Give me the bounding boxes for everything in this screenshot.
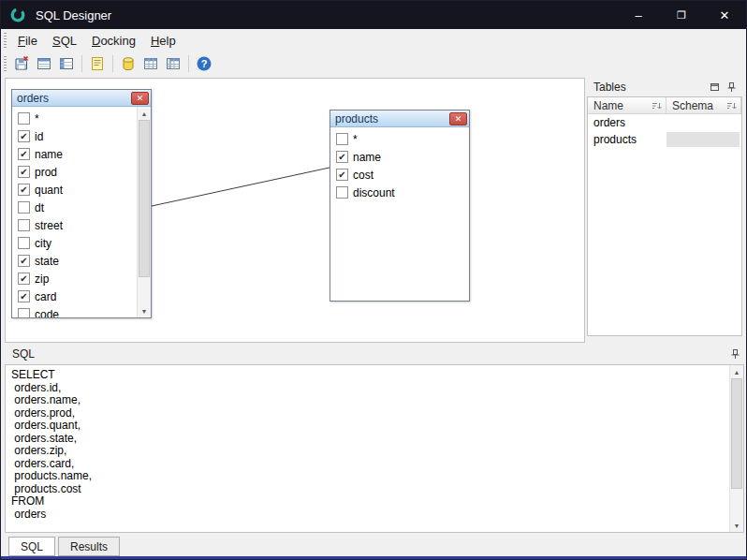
name-column-header[interactable]: Name (588, 97, 666, 113)
table-window-products[interactable]: products ✕ * name cost discount (330, 110, 470, 302)
table-title: products (335, 112, 449, 125)
column-row[interactable]: * (330, 130, 469, 148)
tables-panel: Tables Name (587, 78, 742, 336)
pin-icon[interactable] (730, 348, 740, 360)
float-window-icon[interactable] (710, 82, 720, 92)
scroll-up-icon[interactable] (730, 365, 743, 378)
column-row[interactable]: name (330, 148, 469, 166)
maximize-button[interactable]: ❐ (660, 1, 703, 29)
column-checkbox[interactable] (18, 237, 30, 249)
window-title: SQL Designer (36, 8, 111, 22)
tab-sql[interactable]: SQL (8, 537, 55, 556)
column-checkbox[interactable] (18, 255, 30, 267)
sql-panel-title: SQL (12, 347, 35, 361)
column-checkbox[interactable] (336, 186, 348, 199)
grid-view-icon (165, 55, 182, 72)
schema-column-header[interactable]: Schema (666, 97, 741, 113)
grid-view-button[interactable] (162, 52, 184, 75)
column-row[interactable]: state (12, 252, 151, 270)
scroll-thumb[interactable] (139, 120, 150, 277)
sql-editor[interactable]: SELECT orders.id, orders.name, orders.pr… (5, 364, 744, 533)
column-row[interactable]: quant (12, 181, 151, 199)
column-checkbox[interactable] (18, 166, 30, 178)
table-row-orders[interactable]: orders (588, 114, 741, 131)
column-row[interactable]: street (12, 216, 151, 234)
sql-scrollbar[interactable] (729, 365, 743, 532)
table-schema-cell (666, 115, 740, 130)
column-row[interactable]: cost (330, 166, 469, 184)
toolbar-separator (188, 55, 189, 72)
column-name: name (35, 148, 63, 161)
column-row[interactable]: code (12, 305, 151, 317)
menu-docking[interactable]: Docking (84, 31, 143, 51)
database-button[interactable] (117, 52, 139, 75)
column-checkbox[interactable] (18, 184, 30, 196)
scroll-up-icon[interactable] (138, 107, 151, 120)
menubar-grip[interactable] (4, 33, 7, 48)
help-button[interactable]: ? (193, 52, 215, 75)
menu-sql[interactable]: SQL (45, 31, 84, 51)
column-row[interactable]: name (12, 145, 151, 163)
column-name: cost (353, 169, 374, 182)
orders-scrollbar[interactable] (137, 107, 151, 317)
column-row[interactable]: * (12, 110, 151, 127)
column-checkbox[interactable] (336, 151, 348, 163)
column-name: card (35, 290, 56, 303)
script-button[interactable] (86, 52, 109, 75)
column-checkbox[interactable] (18, 273, 30, 285)
table-close-button[interactable]: ✕ (131, 92, 149, 105)
table-row-products[interactable]: products (588, 131, 741, 148)
column-checkbox[interactable] (18, 308, 30, 317)
column-checkbox[interactable] (18, 201, 30, 214)
titlebar: SQL Designer – ❐ ✕ (1, 1, 746, 29)
window-bottom-border (1, 556, 746, 559)
column-name: id (35, 130, 43, 143)
window-controls: – ❐ ✕ (617, 1, 746, 29)
table-columns-list: * name cost discount (330, 127, 469, 301)
pin-icon[interactable] (726, 81, 737, 93)
script-icon (89, 55, 106, 72)
column-name: street (35, 219, 63, 232)
app-logo-icon (9, 7, 26, 23)
scroll-down-icon[interactable] (730, 519, 743, 532)
column-row[interactable]: card (12, 287, 151, 305)
toolbar-grip[interactable] (4, 56, 7, 71)
minimize-button[interactable]: – (617, 1, 660, 29)
close-button[interactable]: ✕ (703, 1, 746, 29)
add-table-button[interactable] (33, 52, 55, 75)
column-name: name (353, 151, 381, 164)
column-row[interactable]: id (12, 127, 151, 145)
column-name: zip (35, 273, 49, 286)
sql-text[interactable]: SELECT orders.id, orders.name, orders.pr… (11, 369, 726, 532)
table-close-button[interactable]: ✕ (449, 112, 467, 125)
table-window-orders-titlebar[interactable]: orders ✕ (12, 90, 151, 107)
table-window-orders[interactable]: orders ✕ * id name prod (11, 89, 152, 318)
column-checkbox[interactable] (336, 169, 348, 181)
column-checkbox[interactable] (18, 290, 30, 302)
column-row[interactable]: zip (12, 270, 151, 287)
column-checkbox[interactable] (336, 133, 348, 145)
scroll-thumb[interactable] (731, 378, 742, 489)
save-button[interactable] (10, 52, 33, 75)
column-checkbox[interactable] (18, 112, 30, 125)
scroll-down-icon[interactable] (138, 304, 151, 317)
table-view-button[interactable] (139, 52, 162, 75)
menu-file[interactable]: File (10, 31, 45, 51)
tab-results[interactable]: Results (58, 537, 120, 556)
column-checkbox[interactable] (18, 130, 30, 142)
menu-help[interactable]: Help (143, 31, 183, 51)
column-row[interactable]: city (12, 234, 151, 252)
column-checkbox[interactable] (18, 148, 30, 160)
svg-text:?: ? (201, 58, 208, 69)
tables-grid: Name Schema orders (587, 96, 742, 336)
table-columns-button[interactable] (55, 52, 78, 75)
column-row[interactable]: prod (12, 163, 151, 181)
designer-canvas[interactable]: orders ✕ * id name prod (5, 78, 585, 343)
column-row[interactable]: dt (12, 199, 151, 216)
table-window-products-titlebar[interactable]: products ✕ (330, 111, 469, 127)
column-row[interactable]: discount (330, 184, 469, 201)
column-name: dt (35, 201, 44, 214)
table-columns-icon (58, 55, 75, 72)
column-checkbox[interactable] (18, 219, 30, 231)
toolbar-separator (81, 55, 82, 72)
